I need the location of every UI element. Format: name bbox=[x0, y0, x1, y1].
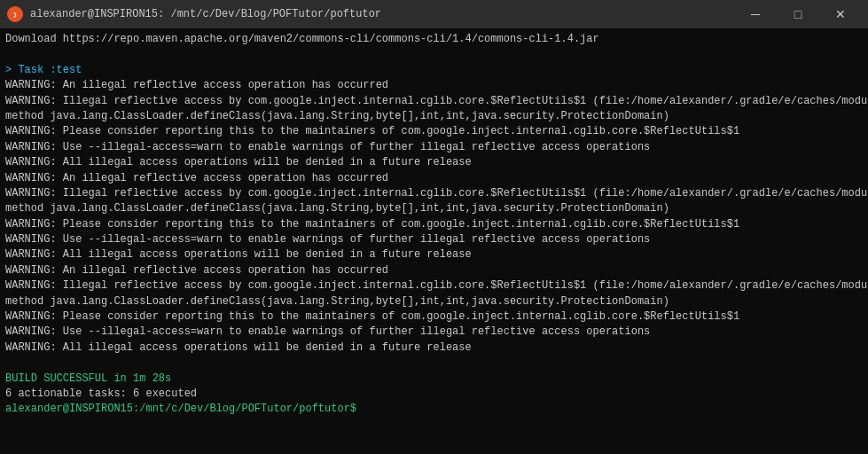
terminal-line: WARNING: Illegal reflective access by co… bbox=[5, 278, 863, 294]
terminal-line: WARNING: An illegal reflective access op… bbox=[5, 171, 863, 186]
terminal-line: WARNING: Please consider reporting this … bbox=[5, 309, 863, 325]
terminal-line: WARNING: All illegal access operations w… bbox=[5, 247, 863, 262]
terminal-line bbox=[5, 47, 863, 62]
terminal-line: WARNING: Use --illegal-access=warn to en… bbox=[5, 232, 863, 247]
terminal-line: BUILD SUCCESSFUL in 1m 28s bbox=[5, 372, 863, 387]
terminal-line: alexander@INSPIRON15:/mnt/c/Dev/Blog/POF… bbox=[5, 402, 863, 417]
terminal-line: WARNING: All illegal access operations w… bbox=[5, 340, 863, 356]
terminal-line bbox=[5, 356, 863, 371]
terminal-output: Download https://repo.maven.apache.org/m… bbox=[0, 28, 868, 454]
maximize-button[interactable]: □ bbox=[778, 0, 818, 28]
close-button[interactable]: ✕ bbox=[820, 0, 861, 28]
window-controls: ─ □ ✕ bbox=[735, 0, 861, 28]
app-icon: ❯ bbox=[7, 6, 23, 22]
terminal-line: method java.lang.ClassLoader.defineClass… bbox=[5, 294, 863, 309]
terminal-line: method java.lang.ClassLoader.defineClass… bbox=[5, 109, 863, 124]
terminal-line: WARNING: An illegal reflective access op… bbox=[5, 78, 863, 93]
terminal-line: WARNING: Please consider reporting this … bbox=[5, 217, 863, 232]
window: ❯ alexander@INSPIRON15: /mnt/c/Dev/Blog/… bbox=[0, 0, 868, 454]
minimize-button[interactable]: ─ bbox=[735, 0, 776, 28]
terminal-line: WARNING: Use --illegal-access=warn to en… bbox=[5, 140, 863, 155]
terminal-line: WARNING: All illegal access operations w… bbox=[5, 155, 863, 170]
terminal-line: method java.lang.ClassLoader.defineClass… bbox=[5, 201, 863, 216]
terminal-line: WARNING: Use --illegal-access=warn to en… bbox=[5, 325, 863, 340]
svg-text:❯: ❯ bbox=[13, 11, 18, 19]
terminal-line: 6 actionable tasks: 6 executed bbox=[5, 387, 863, 402]
terminal-line: WARNING: Illegal reflective access by co… bbox=[5, 186, 863, 201]
terminal-line: WARNING: An illegal reflective access op… bbox=[5, 263, 863, 278]
titlebar: ❯ alexander@INSPIRON15: /mnt/c/Dev/Blog/… bbox=[0, 0, 868, 28]
window-title: alexander@INSPIRON15: /mnt/c/Dev/Blog/PO… bbox=[30, 8, 735, 20]
terminal-line: WARNING: Please consider reporting this … bbox=[5, 124, 863, 139]
terminal-line: > Task :test bbox=[5, 63, 863, 78]
terminal-line: WARNING: Illegal reflective access by co… bbox=[5, 94, 863, 109]
terminal-line: Download https://repo.maven.apache.org/m… bbox=[5, 32, 863, 47]
